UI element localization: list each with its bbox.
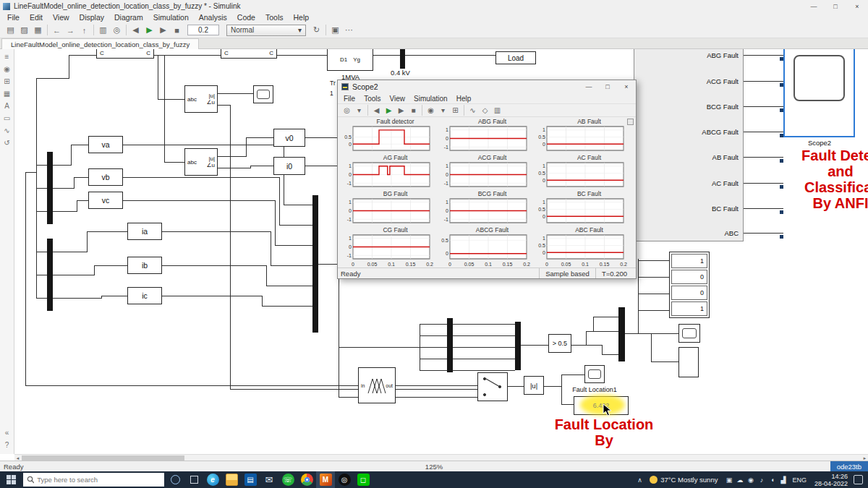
fuzzy-logic-block[interactable]: in out	[358, 367, 396, 403]
demux-currents[interactable]	[47, 239, 53, 311]
model-browser-icon[interactable]: ≡	[1, 51, 13, 63]
menu-item-display[interactable]: Display	[75, 12, 109, 22]
block-ib[interactable]: ib	[127, 257, 162, 274]
menu-item-edit[interactable]: Edit	[25, 12, 48, 22]
stop-time-input[interactable]	[187, 25, 219, 35]
edge-icon[interactable]: e	[203, 471, 222, 488]
model-tab[interactable]: LineFaultModel_online_detection_location…	[1, 38, 199, 49]
annotation-fault-detection[interactable]: Fault DetecandClassificatBy ANFI	[783, 147, 868, 211]
complex-to-mag-angle-block-1[interactable]: abc |u|∠u	[184, 85, 218, 113]
chevron-up-icon[interactable]: ∧	[634, 476, 645, 484]
pi-section-block-2[interactable]: C C	[221, 49, 277, 59]
step-forward-icon[interactable]: ▶	[395, 105, 407, 116]
shield-icon[interactable]: ◉	[745, 476, 756, 484]
scope-menu-item-file[interactable]: File	[339, 93, 359, 103]
menu-item-code[interactable]: Code	[232, 12, 260, 22]
obs-icon[interactable]: ◎	[335, 471, 354, 488]
sim-mode-select[interactable]: Normal▾	[226, 25, 306, 36]
taskbar-clock[interactable]: 14:26 28-04-2022	[814, 473, 848, 487]
open-model-icon[interactable]: ▨	[17, 24, 31, 37]
restore-button[interactable]: □	[598, 80, 617, 93]
display-block-right[interactable]	[678, 347, 699, 377]
restore-button[interactable]: □	[825, 0, 846, 12]
signal-icon[interactable]: ∿	[1, 124, 13, 137]
scope-menu-item-view[interactable]: View	[385, 93, 409, 103]
threshold-block[interactable]: > 0.5	[548, 334, 571, 353]
annotation-fault-location[interactable]: Fault LocationBy	[532, 416, 676, 448]
scope2-window[interactable]: Scope2 —□× FileToolsViewSimulationHelp ◎…	[337, 80, 637, 279]
scope-menu-item-simulation[interactable]: Simulation	[409, 93, 452, 103]
complex-to-mag-angle-block-2[interactable]: abc |u|∠u	[184, 148, 218, 176]
abs-block[interactable]: |u|	[524, 376, 544, 395]
undo-icon[interactable]: ↺	[1, 137, 13, 149]
signal-mux-main[interactable]	[312, 195, 318, 333]
sound-icon[interactable]: ♪	[756, 476, 767, 484]
layout-icon[interactable]: ⊞	[449, 105, 461, 116]
onedrive-icon[interactable]: ☁	[734, 476, 745, 484]
horizontal-scrollbar[interactable]: ◄ ►	[14, 454, 868, 461]
load-block[interactable]: Load	[495, 51, 536, 64]
display-column-block[interactable]: 1001	[669, 252, 710, 318]
menu-item-simulation[interactable]: Simulation	[148, 12, 194, 22]
menu-item-analysis[interactable]: Analysis	[194, 12, 232, 22]
back-icon[interactable]: ←	[50, 24, 64, 37]
action-center-icon[interactable]	[854, 475, 863, 484]
more-tools-icon[interactable]: ⋯	[342, 24, 356, 37]
run-icon[interactable]: ▶	[142, 24, 156, 37]
matlab-icon[interactable]: M	[316, 471, 335, 488]
cortana-icon[interactable]	[166, 471, 184, 488]
menu-item-file[interactable]: File	[2, 12, 25, 22]
highlight-icon[interactable]: ▥	[491, 105, 503, 116]
language-indicator[interactable]: ENG	[792, 476, 807, 484]
weather-text[interactable]: 37°C Mostly sunny	[660, 476, 718, 484]
menu-item-view[interactable]: View	[48, 12, 75, 22]
mail-icon[interactable]: ✉	[260, 471, 278, 488]
fault-location-display-block[interactable]: 6.422	[574, 396, 629, 415]
taskbar-search[interactable]	[23, 473, 164, 487]
block-vc[interactable]: vc	[88, 192, 123, 209]
new-model-icon[interactable]: ▤	[4, 24, 17, 37]
bus-bar[interactable]	[400, 49, 405, 69]
whatsapp-icon[interactable]: ☏	[278, 471, 297, 488]
minimize-button[interactable]: —	[579, 80, 598, 93]
scope-menu-item-tools[interactable]: Tools	[359, 93, 385, 103]
line-icon[interactable]: ◻	[354, 471, 373, 488]
mux-right[interactable]	[618, 307, 625, 361]
pi-section-block-1[interactable]: C C	[96, 49, 154, 59]
transformer-block[interactable]: D1 Yg	[327, 49, 373, 71]
scope-block-top[interactable]	[253, 85, 273, 103]
model-advisor-icon[interactable]: ▣	[328, 24, 342, 37]
collapse-icon[interactable]: «	[1, 427, 13, 439]
style-icon[interactable]: ◇	[479, 105, 491, 116]
help-icon[interactable]: ?	[1, 439, 13, 451]
zoom-icon[interactable]: ◉	[1, 63, 13, 75]
measurements-icon[interactable]: ∿	[467, 105, 479, 116]
mux-b[interactable]	[515, 322, 521, 370]
forward-icon[interactable]: →	[64, 24, 77, 37]
network-icon[interactable]: ▟	[778, 476, 788, 484]
status-solver[interactable]: ode23tb	[830, 461, 868, 471]
run-icon[interactable]: ▶	[383, 105, 395, 116]
step-back-icon[interactable]: ◀	[129, 24, 142, 37]
library-browser-icon[interactable]: ▥	[96, 24, 110, 37]
zoom-caret-icon[interactable]: ▾	[437, 105, 449, 116]
block-ic[interactable]: ic	[127, 287, 162, 304]
speaker-icon[interactable]: ◖	[767, 476, 778, 484]
menu-item-help[interactable]: Help	[288, 12, 314, 22]
block-v0[interactable]: v0	[273, 129, 305, 147]
close-button[interactable]: ×	[617, 80, 636, 93]
grid-icon[interactable]: ⊞	[1, 75, 13, 87]
up-to-parent-icon[interactable]: ↑	[77, 24, 91, 37]
block-va[interactable]: va	[88, 136, 123, 153]
stop-icon[interactable]: ■	[407, 105, 420, 116]
step-forward-icon[interactable]: ▶	[156, 24, 170, 37]
mux-a[interactable]	[447, 318, 453, 372]
plot-corner-button[interactable]	[627, 119, 634, 125]
menu-item-diagram[interactable]: Diagram	[109, 12, 148, 22]
settings-gear-icon[interactable]: ◎	[341, 105, 353, 116]
image-icon[interactable]: ▭	[1, 112, 13, 124]
settings-caret-icon[interactable]: ▾	[353, 105, 365, 116]
file-explorer-icon[interactable]	[222, 471, 241, 488]
annotation-icon[interactable]: A	[1, 100, 13, 112]
kv-label[interactable]: 0.4 kV	[391, 69, 410, 77]
